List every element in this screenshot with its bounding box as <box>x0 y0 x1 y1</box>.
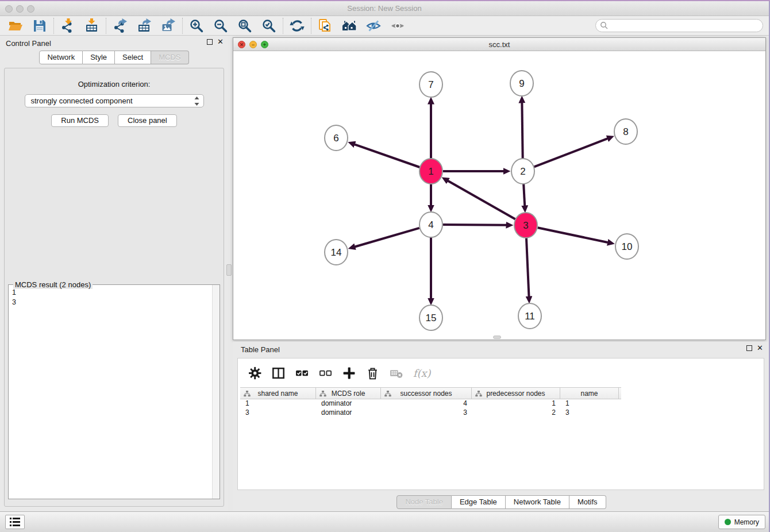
close-panel-button[interactable]: Close panel <box>118 114 177 127</box>
criterion-selected-value: strongly connected component <box>31 97 133 105</box>
search-input[interactable] <box>595 19 763 32</box>
graph-node-7[interactable]: 7 <box>419 72 442 97</box>
tab-node-table[interactable]: Node Table <box>396 495 452 509</box>
edge-2-8[interactable] <box>534 138 608 167</box>
graph-node-9[interactable]: 9 <box>510 71 533 96</box>
node-label: 1 <box>428 166 433 177</box>
graph-node-15[interactable]: 15 <box>419 305 442 330</box>
toolbar-separator <box>311 18 311 34</box>
column-header-successor-nodes[interactable]: successor nodes <box>381 388 472 399</box>
tab-motifs[interactable]: Motifs <box>569 495 606 509</box>
table-panel-close-icon[interactable]: ✕ <box>757 345 763 352</box>
delete-table-button[interactable] <box>388 365 403 380</box>
graph-node-4[interactable]: 4 <box>419 212 442 237</box>
tab-network[interactable]: Network <box>39 51 83 64</box>
tab-style[interactable]: Style <box>83 51 115 64</box>
zoom-fit-icon <box>237 18 252 33</box>
column-header-name[interactable]: name <box>560 388 619 399</box>
zoom-selected-button[interactable] <box>257 17 281 34</box>
control-panel-maximize-icon[interactable] <box>207 39 213 45</box>
edge-3-10[interactable] <box>538 228 608 242</box>
column-header-predecessor-nodes[interactable]: predecessor nodes <box>472 388 560 399</box>
graph-node-14[interactable]: 14 <box>325 240 348 265</box>
home-layout-icon <box>342 18 357 33</box>
task-history-button[interactable] <box>5 515 25 529</box>
apply-function-button[interactable]: f(x) <box>412 365 427 380</box>
network-canvas[interactable]: 7968124314101511 <box>233 51 765 340</box>
export-network-button[interactable] <box>108 17 132 34</box>
window-title: Session: New Session <box>0 4 769 13</box>
zoom-in-icon <box>189 18 204 33</box>
cell-name: 3 <box>560 408 619 418</box>
edge-3-11[interactable] <box>526 237 529 296</box>
network-hscroll-thumb[interactable] <box>493 336 501 339</box>
column-label: MCDS role <box>332 390 365 398</box>
criterion-select[interactable]: strongly connected component <box>25 94 204 107</box>
column-label: shared name <box>257 390 298 398</box>
show-graphics-details-button[interactable] <box>386 17 410 34</box>
tab-mcds[interactable]: MCDS <box>151 51 188 64</box>
refresh-button[interactable] <box>285 17 309 34</box>
panel-splitter-handle[interactable] <box>226 264 232 276</box>
show-columns-button[interactable] <box>271 365 286 380</box>
tab-network-table[interactable]: Network Table <box>506 495 569 509</box>
column-header-MCDS-role[interactable]: MCDS role <box>316 388 381 399</box>
network-window-titlebar[interactable]: ✕ − + scc.txt <box>233 38 765 51</box>
home-layout-button[interactable] <box>337 17 361 34</box>
open-file-button[interactable] <box>3 17 28 34</box>
graph-node-3[interactable]: 3 <box>514 213 537 238</box>
graph-node-6[interactable]: 6 <box>325 125 348 151</box>
table-panel-tabs: Node TableEdge TableNetwork TableMotifs <box>233 495 770 509</box>
zoom-selected-icon <box>261 18 276 33</box>
graph-node-11[interactable]: 11 <box>518 303 541 329</box>
import-table-icon <box>84 18 99 33</box>
graph-node-8[interactable]: 8 <box>614 119 637 144</box>
import-table-button[interactable] <box>80 17 104 34</box>
hide-graphics-details-button[interactable] <box>361 17 386 34</box>
deselect-all-columns-button[interactable] <box>318 365 333 380</box>
run-mcds-button[interactable]: Run MCDS <box>51 114 109 127</box>
edge-2-3[interactable] <box>523 183 525 206</box>
edge-4-3[interactable] <box>443 225 506 225</box>
table-row[interactable]: 3dominator323 <box>240 408 764 418</box>
add-row-button[interactable] <box>341 365 356 380</box>
cell-shared-name: 1 <box>240 399 316 408</box>
column-header-shared-name[interactable]: shared name <box>240 388 316 399</box>
edge-1-6[interactable] <box>355 144 419 167</box>
table-panel: Table Panel ✕ f(x) shared nameMCDS roles… <box>233 342 770 511</box>
application-window: Session: New Session Control Panel ✕ Net… <box>0 0 770 532</box>
add-row-icon <box>342 367 356 380</box>
refresh-icon <box>290 18 305 33</box>
graph-node-1[interactable]: 1 <box>419 159 442 184</box>
zoom-fit-button[interactable] <box>233 17 257 34</box>
save-session-button[interactable] <box>28 17 52 34</box>
memory-button[interactable]: Memory <box>718 515 765 529</box>
import-network-button[interactable] <box>56 17 80 34</box>
list-icon <box>9 517 21 527</box>
delete-row-icon <box>366 367 379 380</box>
edge-4-14[interactable] <box>355 228 419 247</box>
edge-3-1[interactable] <box>448 181 515 219</box>
svg-text:f(x): f(x) <box>413 367 432 379</box>
export-table-button[interactable] <box>132 17 156 34</box>
status-bar: Memory <box>0 511 770 532</box>
zoom-in-button[interactable] <box>184 17 209 34</box>
import-network-icon <box>60 18 75 33</box>
result-scrollbar[interactable] <box>212 285 220 499</box>
graph-node-2[interactable]: 2 <box>511 159 534 184</box>
edge-2-9[interactable] <box>522 103 522 159</box>
table-row[interactable]: 1dominator411 <box>240 399 764 408</box>
tab-edge-table[interactable]: Edge Table <box>452 495 506 509</box>
export-image-button[interactable] <box>156 17 180 34</box>
node-label: 11 <box>525 311 535 322</box>
select-all-columns-button[interactable] <box>294 365 309 380</box>
table-options-gear-button[interactable] <box>247 365 262 380</box>
graph-node-10[interactable]: 10 <box>615 234 638 259</box>
control-panel-close-icon[interactable]: ✕ <box>217 38 224 45</box>
delete-row-button[interactable] <box>365 365 380 380</box>
zoom-out-button[interactable] <box>209 17 233 34</box>
tab-select[interactable]: Select <box>115 51 151 64</box>
clone-network-button[interactable] <box>313 17 337 34</box>
node-label: 14 <box>331 247 342 258</box>
table-panel-maximize-icon[interactable] <box>746 345 752 351</box>
